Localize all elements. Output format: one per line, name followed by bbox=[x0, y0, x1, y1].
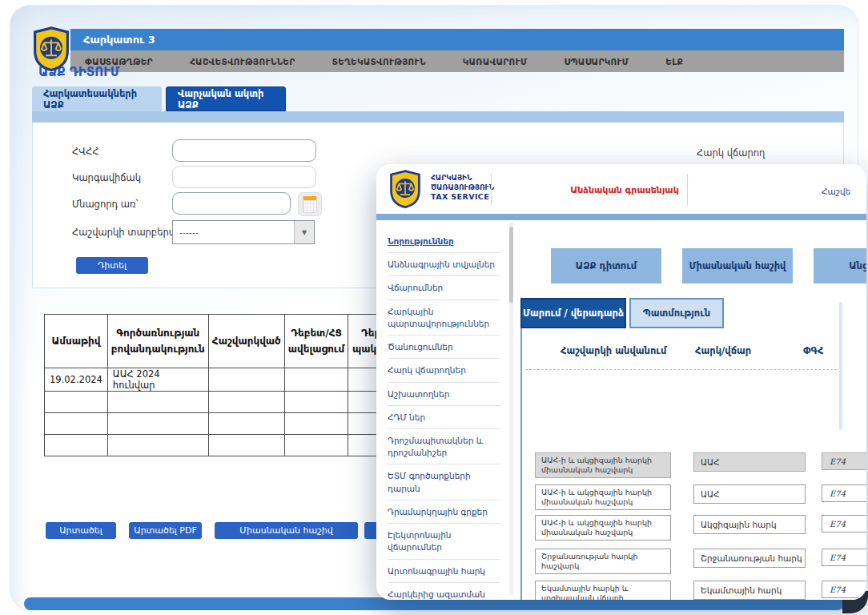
calc-code-box[interactable]: E74 bbox=[822, 452, 866, 470]
calendar-icon bbox=[303, 196, 317, 213]
hvhh-input[interactable] bbox=[172, 139, 316, 162]
table-row[interactable] bbox=[45, 435, 425, 456]
sidebar-item[interactable]: Հարկ վճարողներ bbox=[388, 359, 500, 382]
calc-name-box[interactable]: ԱԱՀ-ի և ակցիզային հարկի միասնական հաշվար… bbox=[535, 515, 671, 541]
table-row[interactable] bbox=[45, 413, 425, 435]
table-cell: 19.02.2024 bbox=[45, 368, 108, 392]
overlay-action-button[interactable]: Անցո bbox=[814, 248, 866, 283]
table-column-header: Դեբետ/ՀՑ ավելացում bbox=[284, 315, 348, 368]
table-row[interactable]: 19.02.2024ԱԱՀ 2024 հունվար bbox=[45, 368, 425, 392]
calendar-button[interactable] bbox=[298, 192, 322, 216]
tax-name-box[interactable]: Եկամտային հարկ bbox=[693, 581, 806, 600]
table-row[interactable] bbox=[45, 392, 425, 413]
scrollbar-thumb[interactable] bbox=[509, 227, 513, 303]
bg-tabs: Հարկատեսակների ԱՁՔ Վարչական ակտի ԱՁՔ bbox=[32, 86, 286, 111]
export-button[interactable]: Արտածել bbox=[46, 522, 116, 539]
table-cell bbox=[284, 435, 348, 456]
menu-item[interactable]: ՀԱՇՎԵՏՎՈՒԹՅՈՒՆՆԵՐ bbox=[190, 57, 295, 66]
export-button[interactable]: Արտածել PDF bbox=[129, 522, 202, 539]
calculation-row[interactable]: ԱԱՀ-ի և ակցիզային հարկի միասնական հաշվար… bbox=[376, 452, 866, 480]
sidebar-item[interactable]: Անձնագրային տվյալներ bbox=[388, 253, 500, 276]
window-title: Հարկատու 3 bbox=[83, 34, 155, 46]
header-right-link[interactable]: Հաշվե bbox=[822, 187, 850, 196]
overlay-action-button[interactable]: Միասնական հաշիվ bbox=[682, 248, 793, 283]
tax-name-box[interactable]: ԱԱՀ bbox=[693, 484, 806, 504]
overlay-sidebar: ՆորություններԱնձնագրային տվյալներՎճարում… bbox=[376, 220, 509, 600]
personal-office-window: ՀԱՐԿԱՅԻՆ ԾԱՌԱՅՈՒԹՅՈՒՆ TAX SERVICE Անձնակ… bbox=[376, 164, 866, 600]
calculation-row[interactable]: Եկամտային հարկի և սոցիալական վճարի ամսակ… bbox=[376, 581, 866, 600]
header-dashed-divider bbox=[525, 369, 841, 370]
calc-name-box[interactable]: ԱԱՀ-ի և ակցիզային հարկի միասնական հաշվար… bbox=[535, 484, 671, 510]
overlay-header: ՀԱՐԿԱՅԻՆ ԾԱՌԱՅՈՒԹՅՈՒՆ TAX SERVICE Անձնակ… bbox=[376, 164, 866, 214]
col-header-tax: Հարկ/վճար bbox=[695, 345, 751, 356]
calc-name-box[interactable]: ԱԱՀ-ի և ակցիզային հարկի միասնական հաշվար… bbox=[535, 452, 671, 478]
table-cell bbox=[284, 413, 348, 435]
calc-code-box[interactable]: E74 bbox=[822, 549, 866, 566]
table-cell bbox=[45, 413, 108, 435]
calculation-row[interactable]: Շրջանառության հարկի հաշվարկՇրջանառության… bbox=[376, 549, 866, 576]
balance-date-input[interactable] bbox=[172, 192, 291, 215]
tab-tax-types[interactable]: Հարկատեսակների ԱՁՔ bbox=[32, 86, 162, 111]
table-cell bbox=[107, 435, 208, 456]
brand-text: ՀԱՐԿԱՅԻՆ ԾԱՌԱՅՈՒԹՅՈՒՆ TAX SERVICE bbox=[431, 173, 494, 203]
view-button[interactable]: Դիտել bbox=[76, 257, 148, 274]
personal-office-title: Անձնական գրասենյակ bbox=[545, 185, 705, 195]
menu-item[interactable]: ԿԱՌԱՎԱՐՈՒՄ bbox=[463, 57, 528, 66]
menu-item[interactable]: ՍՊԱՍԱՐԿՈՒՄ bbox=[564, 57, 629, 66]
table-column-header: Գործառնության բովանդակություն bbox=[107, 315, 208, 368]
status-input[interactable] bbox=[172, 166, 316, 188]
tax-service-emblem bbox=[30, 26, 72, 71]
export-actions: ԱրտածելԱրտածել PDFՄիասնական հաշիվ bbox=[46, 522, 358, 539]
table-column-header: Ամսաթիվ bbox=[45, 315, 108, 368]
brand-line2: ԾԱՌԱՅՈՒԹՅՈՒՆ bbox=[431, 183, 494, 192]
menu-item[interactable]: ԵԼՔ bbox=[665, 57, 683, 66]
tax-name-box[interactable]: ԱԱՀ bbox=[693, 452, 806, 472]
tab-repayment-refund[interactable]: Մարում / վերադարձ bbox=[520, 298, 626, 328]
calculation-row[interactable]: ԱԱՀ-ի և ակցիզային հարկի միասնական հաշվար… bbox=[376, 515, 866, 542]
content-scrollbar[interactable] bbox=[839, 302, 842, 430]
sidebar-item[interactable]: Ծանուցումներ bbox=[388, 336, 500, 359]
table-cell bbox=[208, 413, 284, 435]
table-cell bbox=[107, 413, 208, 435]
sidebar-item[interactable]: ՀԴՄ ներ bbox=[388, 406, 500, 429]
tab-administrative-act[interactable]: Վարչական ակտի ԱՁՔ bbox=[166, 86, 286, 111]
brand-line3: TAX SERVICE bbox=[431, 192, 494, 203]
sidebar-item[interactable]: Հարկային պարտավորություններ bbox=[388, 300, 500, 336]
table-cell bbox=[208, 368, 284, 392]
table-cell: ԱԱՀ 2024 հունվար bbox=[107, 368, 208, 392]
balance-label: Մնացորդ առ՝ bbox=[72, 199, 138, 210]
menu-item[interactable]: ՏԵՂԵԿԱՏՎՈՒԹՅՈՒՆ bbox=[332, 57, 426, 66]
sidebar-item[interactable]: Աշխատողներ bbox=[388, 383, 500, 406]
variant-select-value: ------ bbox=[173, 227, 294, 238]
table-cell bbox=[208, 435, 284, 456]
panel-top-band bbox=[32, 111, 844, 123]
table-cell bbox=[284, 368, 348, 392]
calc-code-box[interactable]: E74 bbox=[822, 581, 866, 598]
variant-select[interactable]: ------ ▼ bbox=[172, 220, 315, 244]
tab-history[interactable]: Պատմություն bbox=[629, 298, 724, 328]
calculation-row[interactable]: ԱԱՀ-ի և ակցիզային հարկի միասնական հաշվար… bbox=[376, 484, 866, 512]
tax-service-emblem-small bbox=[388, 170, 423, 208]
calc-name-box[interactable]: Եկամտային հարկի և սոցիալական վճարի ամսակ… bbox=[535, 581, 671, 600]
sidebar-item[interactable]: Վճարումներ bbox=[388, 276, 500, 299]
status-label: Կարգավիճակ bbox=[72, 172, 141, 183]
tax-name-box[interactable]: Շրջանառության հարկ bbox=[693, 549, 806, 568]
table-column-header: Հաշվարկված bbox=[208, 315, 284, 368]
calc-code-box[interactable]: E74 bbox=[822, 484, 866, 502]
table-cell bbox=[45, 435, 108, 456]
header-divider bbox=[491, 174, 492, 206]
window-titlebar: Հարկատու 3 bbox=[70, 29, 844, 50]
header-divider bbox=[687, 174, 688, 206]
sidebar-item[interactable]: Նորություններ bbox=[388, 230, 500, 253]
table-cell bbox=[208, 392, 284, 413]
calc-code-box[interactable]: E74 bbox=[822, 515, 866, 533]
export-button[interactable]: Միասնական հաշիվ bbox=[215, 522, 358, 539]
chevron-down-icon[interactable]: ▼ bbox=[294, 221, 314, 243]
calc-name-box[interactable]: Շրջանառության հարկի հաշվարկ bbox=[535, 549, 671, 574]
tax-name-box[interactable]: Ակցիզային հարկ bbox=[693, 515, 806, 534]
header-blue-bar bbox=[376, 214, 866, 220]
table-cell bbox=[284, 392, 348, 413]
main-menubar: ՓԱՍՏԱԹՂԹԵՐՀԱՇՎԵՏՎՈՒԹՅՈՒՆՆԵՐՏԵՂԵԿԱՏՎՈՒԹՅՈ… bbox=[70, 50, 844, 72]
overlay-action-button[interactable]: ԱՁՔ դիտում bbox=[551, 248, 661, 283]
calculations-table: ԱմսաթիվԳործառնության բովանդակությունՀաշվ… bbox=[44, 314, 425, 456]
